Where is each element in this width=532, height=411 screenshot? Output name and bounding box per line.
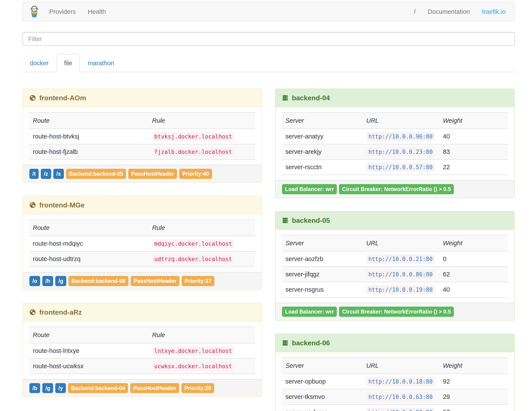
route-badge: /t [29,169,39,179]
load-balancer-badge: Load Balancer: wrr [282,307,337,317]
backend-title: backend-04 [292,93,330,102]
nav-link-health[interactable]: Health [82,2,112,21]
column-server: Server [282,235,363,251]
circuit-breaker-badge: Circuit Breaker: NetworkErrorRatio () > … [339,184,454,194]
table-row: route-host-lntxye lntxye.docker.localhos… [29,343,255,359]
server-url-link[interactable]: http://10.0.0.57:80 [366,164,435,170]
tab-file[interactable]: file [57,54,79,72]
nav-link-traefik-io[interactable]: traefik.io [476,2,512,21]
server-weight: 62 [439,267,508,282]
server-name: server-arekjy [282,144,363,159]
server-url-link[interactable]: http://10.0.0.83:80 [366,409,435,411]
rule-code: lntxye.docker.localhost [152,346,234,355]
backend-card-header: backend-05 [276,212,514,230]
table-header-row: Server URL Weight [282,113,508,129]
server-url-link[interactable]: http://10.0.0.19:80 [366,286,435,293]
globe-icon [29,309,36,315]
routes-table: Route Rule route-host-lntxye lntxye.dock… [29,327,255,374]
route-badge: /h [42,276,53,286]
server-name: server-nsgrus [282,282,363,297]
frontend-card-aRz: frontend-aRz Route Rule route-host-lntx [22,303,262,397]
table-header-row: Route Rule [29,113,255,129]
rule-code: btvksj.docker.localhost [152,132,234,141]
table-row: route-host-udtrzq udtrzq.docker.localhos… [29,251,255,267]
backend-title: backend-06 [292,338,330,347]
table-row: server-anatyy http://10.0.0.96:80 40 [282,129,508,144]
column-rule: Rule [149,113,255,129]
server-url-link[interactable]: http://10.0.0.86:80 [366,271,435,278]
route-badge: /g [55,276,66,286]
backend-badge: Backend:backend-05 [66,169,126,179]
tab-docker[interactable]: docker [22,54,56,72]
route-name: route-host-btvksj [29,129,149,144]
backend-card-04: backend-04 Server URL Weight [275,88,515,198]
tab-marathon[interactable]: marathon [80,54,122,72]
column-rule: Rule [149,327,255,343]
servers-table: Server URL Weight server-anatyy http://1… [282,112,508,175]
frontend-title: frontend-MGe [39,201,85,210]
column-url: URL [363,358,439,374]
column-route: Route [29,220,149,236]
circuit-breaker-badge: Circuit Breaker: NetworkErrorRatio () > … [339,307,454,317]
table-row: server-aozfzb http://10.0.0.21:80 0 [282,251,508,267]
nav-link-documentation[interactable]: Documentation [422,2,476,21]
route-badge: /y [55,383,66,393]
server-url-link[interactable]: http://10.0.0.18:80 [366,378,435,385]
frontend-card-footer: /t /z /s Backend:backend-05 PassHostHead… [23,165,262,182]
route-badge: /b [29,383,40,393]
page: Providers Health / Documentation traefik… [22,2,515,411]
table-row: server-rscctn http://10.0.0.57:80 22 [282,159,508,175]
route-name: route-host-ucwksx [29,359,149,374]
server-weight: 22 [439,159,508,175]
server-url-link[interactable]: http://10.0.0.21:80 [366,255,435,262]
backend-title: backend-05 [292,216,330,225]
server-weight: 57 [439,404,508,411]
passhostheader-badge: PassHostHeader [130,383,179,393]
passhostheader-badge: PassHostHeader [128,169,177,179]
servers-table: Server URL Weight server-opbuop http://1… [282,357,508,411]
server-icon [282,340,288,346]
backend-card-06: backend-06 Server URL Weight [275,334,515,411]
filter-input[interactable] [22,32,515,46]
priority-badge: Priority:37 [181,276,214,286]
servers-table: Server URL Weight server-aozfzb http://1… [282,235,508,298]
server-icon [282,217,288,224]
priority-badge: Priority:29 [181,383,214,393]
server-name: server-rscctn [282,159,363,175]
rule-code: mdqiyc.docker.localhost [152,239,234,248]
server-weight: 29 [439,389,508,404]
table-header-row: Route Rule [29,220,255,236]
content-columns: frontend-AOm Route Rule route-host-btvk [22,88,515,411]
server-url-link[interactable]: http://10.0.0.63:80 [366,393,435,400]
column-weight: Weight [439,358,508,374]
table-row: server-updomo http://10.0.0.83:80 57 [282,404,508,411]
column-route: Route [29,113,149,129]
table-header-row: Server URL Weight [282,358,508,374]
route-name: route-host-mdqiyc [29,236,149,251]
server-url-link[interactable]: http://10.0.0.96:80 [366,133,435,140]
table-header-row: Route Rule [29,327,255,343]
nav-link-slash[interactable]: / [408,2,422,21]
server-url-link[interactable]: http://10.0.0.23:80 [366,148,435,155]
nav-link-providers[interactable]: Providers [43,2,82,21]
rule-code: fjzalb.docker.localhost [152,147,234,157]
server-weight: 92 [439,374,508,389]
backend-card-header: backend-04 [276,89,514,107]
traefik-logo[interactable] [26,6,43,18]
server-name: server-anatyy [282,129,363,144]
column-rule: Rule [149,220,255,236]
backend-card-body: Server URL Weight server-anatyy http://1… [276,107,514,180]
backend-card-header: backend-06 [276,334,514,352]
server-weight: 83 [439,144,508,159]
frontend-card-body: Route Rule route-host-lntxye lntxye.dock… [23,322,262,379]
server-name: server-updomo [282,404,363,411]
server-weight: 40 [439,129,508,144]
column-server: Server [282,358,363,374]
column-server: Server [282,113,363,129]
table-row: server-tksmvo http://10.0.0.63:80 29 [282,389,508,404]
routes-table: Route Rule route-host-mdqiyc mdqiyc.dock… [29,220,255,267]
backends-column: backend-04 Server URL Weight [269,88,515,411]
navbar-right: / Documentation traefik.io [408,2,512,21]
column-url: URL [363,235,439,251]
route-badge: /z [41,169,51,179]
